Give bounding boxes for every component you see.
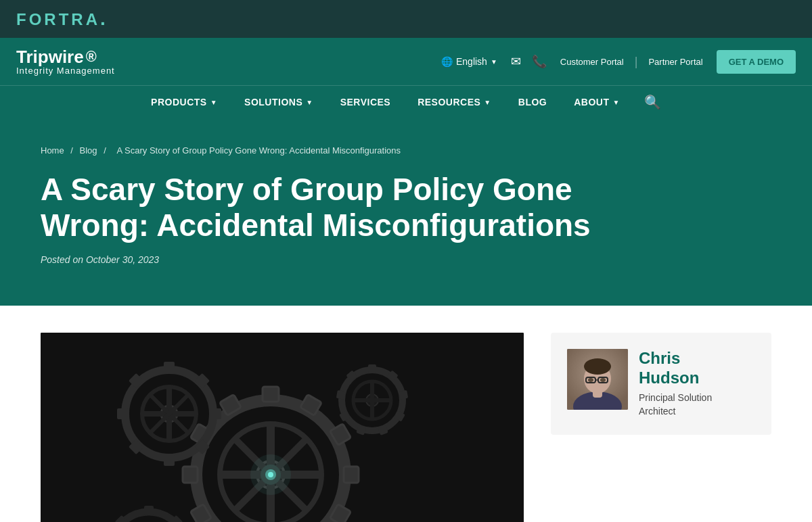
breadcrumb: Home / Blog / A Scary Story of Group Pol…: [41, 145, 771, 156]
about-chevron-icon: ▼: [613, 99, 620, 106]
nav-blog[interactable]: BLOG: [505, 86, 560, 118]
navbar: Tripwire® Integrity Management 🌐 English…: [0, 38, 812, 85]
language-selector[interactable]: 🌐 English ▼: [441, 56, 497, 67]
portal-links: Customer Portal | Partner Portal: [560, 55, 703, 69]
nav-blog-label: BLOG: [518, 97, 547, 108]
author-name: Chris Hudson: [639, 349, 712, 388]
nav-solutions-label: SOLUTIONS: [244, 97, 302, 108]
article-image: [41, 333, 524, 522]
svg-point-85: [600, 378, 606, 382]
nav-resources[interactable]: RESOURCES ▼: [404, 86, 505, 118]
tripwire-registered: ®: [86, 49, 97, 65]
nav-right: 🌐 English ▼ ✉ 📞 Customer Portal | Partne…: [441, 50, 796, 74]
main-nav: PRODUCTS ▼ SOLUTIONS ▼ SERVICES RESOURCE…: [0, 85, 812, 118]
hero-section: Home / Blog / A Scary Story of Group Pol…: [0, 118, 812, 306]
author-name-last: Hudson: [639, 369, 712, 388]
search-icon[interactable]: 🔍: [644, 94, 661, 110]
resources-chevron-icon: ▼: [484, 99, 491, 106]
lang-label: English: [456, 56, 487, 67]
author-title-text1: Principal Solution: [639, 392, 712, 403]
nav-about[interactable]: ABOUT ▼: [560, 86, 633, 118]
svg-rect-47: [336, 390, 346, 400]
nav-resources-label: RESOURCES: [418, 97, 480, 108]
nav-products[interactable]: PRODUCTS ▼: [137, 86, 231, 118]
author-details: Chris Hudson Principal Solution Architec…: [639, 349, 712, 419]
phone-icon[interactable]: 📞: [532, 54, 547, 69]
fortra-logo: FORTRA.: [16, 8, 108, 30]
get-demo-button[interactable]: GET A DEMO: [717, 50, 796, 74]
fortra-logo-dot: .: [100, 8, 108, 29]
breadcrumb-current: A Scary Story of Group Policy Gone Wrong…: [116, 145, 401, 156]
svg-rect-27: [210, 408, 221, 419]
mail-icon[interactable]: ✉: [511, 54, 521, 69]
partner-portal-link[interactable]: Partner Portal: [648, 57, 702, 67]
svg-point-80: [584, 358, 611, 375]
breadcrumb-sep-1: /: [70, 145, 73, 156]
fortra-topbar: FORTRA.: [0, 0, 812, 38]
hero-title: A Scary Story of Group Policy Gone Wrong…: [41, 172, 650, 243]
tripwire-logo: Tripwire® Integrity Management: [16, 47, 115, 76]
nav-menu: PRODUCTS ▼ SOLUTIONS ▼ SERVICES RESOURCE…: [137, 86, 633, 118]
author-card: Chris Hudson Principal Solution Architec…: [551, 333, 771, 435]
content-area: Chris Hudson Principal Solution Architec…: [0, 306, 812, 522]
hero-date: Posted on October 30, 2023: [41, 254, 771, 265]
svg-rect-13: [183, 467, 198, 483]
nav-services[interactable]: SERVICES: [327, 86, 405, 118]
svg-rect-4: [263, 387, 279, 402]
globe-icon: 🌐: [441, 56, 453, 67]
author-avatar: [567, 349, 628, 410]
nav-services-label: SERVICES: [340, 97, 391, 108]
tripwire-brand-text: Tripwire: [16, 47, 84, 67]
svg-rect-40: [368, 364, 376, 373]
svg-rect-29: [164, 455, 175, 466]
svg-rect-31: [117, 408, 128, 419]
svg-point-74: [261, 465, 281, 485]
author-title: Principal Solution Architect: [639, 392, 712, 418]
svg-rect-25: [164, 362, 175, 373]
nav-about-label: ABOUT: [574, 97, 609, 108]
nav-icons: ✉ 📞: [511, 54, 547, 69]
fortra-logo-text: FORTRA: [16, 10, 100, 28]
nav-products-label: PRODUCTS: [151, 97, 207, 108]
breadcrumb-blog[interactable]: Blog: [80, 145, 97, 156]
nav-solutions[interactable]: SOLUTIONS ▼: [231, 86, 327, 118]
products-chevron-icon: ▼: [210, 99, 217, 106]
customer-portal-link[interactable]: Customer Portal: [560, 57, 624, 67]
breadcrumb-sep-2: /: [104, 145, 106, 156]
chevron-down-icon: ▼: [491, 58, 497, 66]
avatar-image: [567, 349, 628, 410]
separator: |: [635, 55, 638, 69]
author-title-text2: Architect: [639, 406, 675, 417]
gears-svg: [41, 333, 524, 522]
svg-rect-42: [399, 390, 408, 400]
author-info: Chris Hudson Principal Solution Architec…: [567, 349, 755, 419]
author-name-first: Chris: [639, 349, 712, 369]
breadcrumb-home[interactable]: Home: [41, 145, 64, 156]
svg-rect-54: [144, 506, 154, 515]
tripwire-brand: Tripwire®: [16, 47, 115, 67]
tripwire-sub: Integrity Management: [16, 66, 115, 76]
solutions-chevron-icon: ▼: [306, 99, 313, 106]
svg-point-84: [588, 378, 593, 382]
svg-rect-7: [344, 467, 359, 483]
